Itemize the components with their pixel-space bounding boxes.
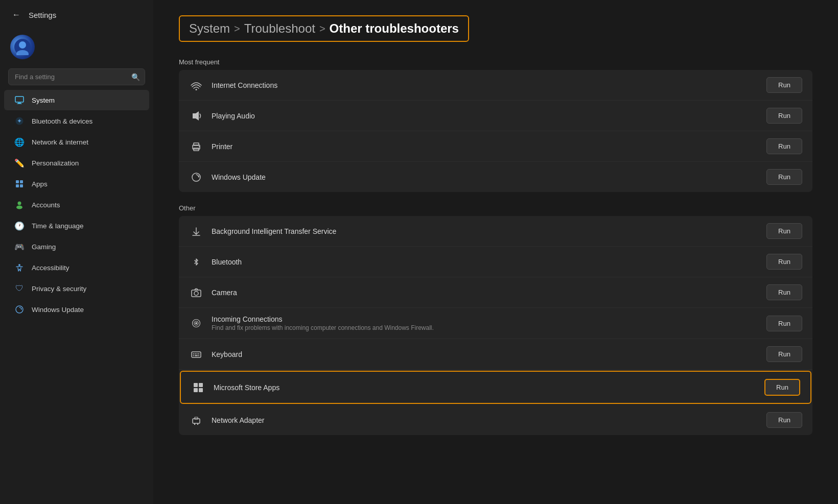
printer-icon bbox=[189, 139, 203, 154]
svg-rect-11 bbox=[20, 184, 23, 187]
microsoft-store-text: Microsoft Store Apps bbox=[214, 383, 756, 392]
run-windows-update-button[interactable]: Run bbox=[766, 169, 802, 185]
sidebar-item-label-network: Network & internet bbox=[32, 138, 88, 146]
network-adapter-icon bbox=[189, 413, 203, 427]
sidebar-item-label-accounts: Accounts bbox=[32, 201, 60, 209]
accessibility-icon bbox=[14, 262, 25, 273]
back-button[interactable]: ← bbox=[10, 8, 22, 21]
internet-connections-text: Internet Connections bbox=[212, 81, 758, 89]
camera-text: Camera bbox=[212, 289, 758, 297]
sidebar-item-accessibility[interactable]: Accessibility bbox=[4, 257, 149, 278]
gaming-icon: 🎮 bbox=[14, 242, 25, 252]
run-microsoft-store-button[interactable]: Run bbox=[764, 379, 800, 396]
breadcrumb-sep-1: > bbox=[234, 23, 240, 35]
bluetooth-icon: ✦ bbox=[14, 116, 25, 126]
run-incoming-connections-button[interactable]: Run bbox=[766, 316, 802, 331]
microsoft-store-name: Microsoft Store Apps bbox=[214, 383, 756, 392]
svg-rect-36 bbox=[194, 383, 198, 387]
internet-connections-icon bbox=[189, 78, 203, 92]
printer-text: Printer bbox=[212, 142, 758, 151]
bluetooth-other-icon bbox=[189, 255, 203, 269]
incoming-connections-name: Incoming Connections bbox=[212, 315, 758, 323]
svg-rect-42 bbox=[194, 423, 195, 425]
other-section: Other Background Intelligent Transfer Se… bbox=[179, 204, 812, 435]
breadcrumb-troubleshoot[interactable]: Troubleshoot bbox=[244, 21, 315, 36]
sidebar-item-time[interactable]: 🕐 Time & language bbox=[4, 215, 149, 236]
item-camera: Camera Run bbox=[179, 277, 812, 308]
svg-point-21 bbox=[199, 146, 200, 147]
svg-rect-39 bbox=[199, 388, 203, 392]
sidebar-item-bluetooth[interactable]: ✦ Bluetooth & devices bbox=[4, 111, 149, 131]
svg-rect-32 bbox=[198, 353, 199, 354]
svg-rect-3 bbox=[15, 97, 24, 102]
network-adapter-name: Network Adapter bbox=[212, 416, 758, 424]
sidebar: ← Settings 🔍 System bbox=[0, 0, 153, 504]
windows-update-name: Windows Update bbox=[212, 173, 758, 181]
sidebar-item-gaming[interactable]: 🎮 Gaming bbox=[4, 236, 149, 257]
svg-rect-5 bbox=[17, 104, 22, 104]
svg-rect-31 bbox=[197, 353, 198, 354]
item-printer: Printer Run bbox=[179, 131, 812, 162]
run-playing-audio-button[interactable]: Run bbox=[766, 108, 802, 124]
run-printer-button[interactable]: Run bbox=[766, 138, 802, 154]
other-list: Background Intelligent Transfer Service … bbox=[179, 216, 812, 435]
breadcrumb-system[interactable]: System bbox=[189, 21, 230, 36]
svg-rect-43 bbox=[197, 423, 198, 425]
sidebar-nav: System ✦ Bluetooth & devices 🌐 Network &… bbox=[0, 89, 153, 320]
sidebar-item-privacy[interactable]: 🛡 Privacy & security bbox=[4, 278, 149, 299]
privacy-icon: 🛡 bbox=[14, 283, 25, 294]
sidebar-item-system[interactable]: System bbox=[4, 90, 149, 110]
run-camera-button[interactable]: Run bbox=[766, 284, 802, 300]
svg-point-16 bbox=[196, 89, 197, 90]
svg-point-12 bbox=[18, 202, 21, 205]
svg-rect-30 bbox=[195, 353, 196, 354]
sidebar-item-network[interactable]: 🌐 Network & internet bbox=[4, 132, 149, 152]
time-icon: 🕐 bbox=[14, 221, 25, 231]
run-bits-button[interactable]: Run bbox=[766, 223, 802, 239]
sidebar-item-update[interactable]: Windows Update bbox=[4, 299, 149, 320]
most-frequent-list: Internet Connections Run Playing Audio R… bbox=[179, 70, 812, 192]
personalization-icon: ✏️ bbox=[14, 158, 25, 168]
update-icon bbox=[14, 304, 25, 315]
item-incoming-connections: Incoming Connections Find and fix proble… bbox=[179, 308, 812, 339]
run-bluetooth-button[interactable]: Run bbox=[766, 254, 802, 270]
internet-connections-name: Internet Connections bbox=[212, 81, 758, 89]
search-input[interactable] bbox=[8, 68, 145, 85]
svg-rect-41 bbox=[195, 417, 198, 419]
item-microsoft-store-apps: Microsoft Store Apps Run bbox=[180, 371, 811, 404]
network-icon: 🌐 bbox=[14, 137, 25, 147]
main-content: System > Troubleshoot > Other troublesho… bbox=[153, 0, 838, 504]
run-keyboard-button[interactable]: Run bbox=[766, 346, 802, 362]
sidebar-item-apps[interactable]: Apps bbox=[4, 174, 149, 194]
item-keyboard: Keyboard Run bbox=[179, 339, 812, 370]
svg-rect-29 bbox=[193, 353, 194, 354]
search-box: 🔍 bbox=[8, 68, 145, 85]
run-network-adapter-button[interactable]: Run bbox=[766, 412, 802, 428]
keyboard-text: Keyboard bbox=[212, 350, 758, 358]
playing-audio-text: Playing Audio bbox=[212, 112, 758, 120]
search-icon: 🔍 bbox=[131, 73, 140, 81]
accounts-icon bbox=[14, 200, 25, 210]
keyboard-name: Keyboard bbox=[212, 350, 758, 358]
sidebar-item-personalization[interactable]: ✏️ Personalization bbox=[4, 153, 149, 173]
avatar bbox=[10, 35, 35, 59]
other-label: Other bbox=[179, 204, 812, 212]
windows-update-icon bbox=[189, 170, 203, 184]
svg-text:✦: ✦ bbox=[17, 117, 22, 125]
svg-point-1 bbox=[19, 41, 26, 49]
item-windows-update: Windows Update Run bbox=[179, 162, 812, 192]
microsoft-store-icon bbox=[191, 380, 205, 395]
sidebar-item-accounts[interactable]: Accounts bbox=[4, 195, 149, 215]
breadcrumb-sep-2: > bbox=[319, 23, 325, 35]
sidebar-item-label-system: System bbox=[32, 97, 55, 104]
svg-point-14 bbox=[18, 264, 20, 266]
camera-name: Camera bbox=[212, 289, 758, 297]
apps-icon bbox=[14, 179, 25, 189]
svg-marker-17 bbox=[193, 111, 199, 121]
run-internet-connections-button[interactable]: Run bbox=[766, 77, 802, 93]
breadcrumb-other: Other troubleshooters bbox=[330, 21, 459, 36]
camera-icon bbox=[189, 285, 203, 300]
playing-audio-name: Playing Audio bbox=[212, 112, 758, 120]
network-adapter-text: Network Adapter bbox=[212, 416, 758, 424]
sidebar-item-label-bluetooth: Bluetooth & devices bbox=[32, 117, 92, 125]
